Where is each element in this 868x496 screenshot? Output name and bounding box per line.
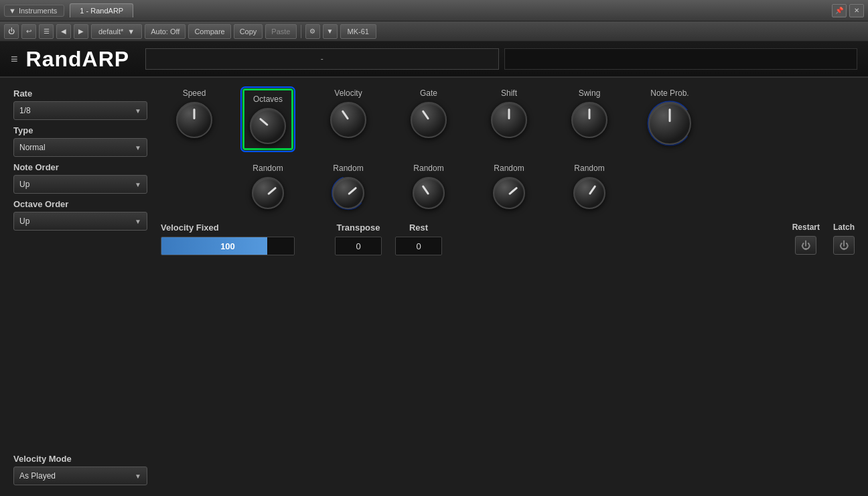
- random-knob-3-container: [413, 177, 445, 209]
- rest-section: Rest 0: [395, 223, 442, 255]
- rate-select[interactable]: 1/8 ▼: [13, 101, 147, 120]
- random-label-3: Random: [413, 164, 443, 173]
- random-knob-1[interactable]: [252, 177, 284, 209]
- swing-col: Swing: [549, 88, 630, 138]
- plugin-display-2: [504, 48, 857, 70]
- speed-knob-container: [176, 102, 212, 138]
- random-knob-5[interactable]: [573, 177, 605, 209]
- undo-icon[interactable]: ↩: [21, 24, 36, 39]
- note-order-label: Note Order: [13, 162, 147, 172]
- note-prob-label: Note Prob.: [650, 88, 689, 98]
- random-velocity-col: Random: [308, 164, 388, 209]
- random-label-2: Random: [333, 164, 363, 173]
- random-gate-col: Random: [388, 164, 469, 209]
- swing-label: Swing: [579, 88, 601, 98]
- velocity-col: Velocity: [308, 88, 388, 138]
- gear-button[interactable]: ⚙: [305, 24, 320, 39]
- octaves-knob[interactable]: [250, 108, 286, 144]
- velocity-fixed-section: Velocity Fixed 100: [161, 223, 295, 255]
- rate-group: Rate 1/8 ▼: [13, 88, 147, 120]
- gate-knob[interactable]: [411, 102, 447, 138]
- transpose-value[interactable]: 0: [335, 237, 382, 255]
- velocity-knob-container: [330, 102, 366, 138]
- instruments-dropdown[interactable]: ▼ Instruments: [4, 5, 64, 17]
- velocity-mode-label: Velocity Mode: [13, 454, 147, 464]
- random-knob-4[interactable]: [493, 177, 525, 209]
- speed-col: Speed: [161, 88, 228, 138]
- note-prob-col: Note Prob.: [630, 88, 710, 145]
- right-panel: Speed Octaves Velocity: [161, 88, 855, 485]
- preset-selector[interactable]: default* ▼: [91, 24, 142, 39]
- left-panel: Rate 1/8 ▼ Type Normal ▼ Note Order Up ▼…: [13, 88, 147, 485]
- latch-button[interactable]: ⏻: [833, 236, 855, 255]
- transpose-section: Transpose 0: [335, 223, 382, 255]
- pin-button[interactable]: 📌: [832, 4, 847, 17]
- note-order-group: Note Order Up ▼: [13, 162, 147, 194]
- transpose-label: Transpose: [336, 223, 380, 233]
- copy-button[interactable]: Copy: [234, 24, 263, 39]
- random-label-5: Random: [574, 164, 604, 173]
- random-label-row: Random Random: [161, 164, 855, 209]
- latch-label: Latch: [833, 223, 855, 232]
- gate-col: Gate: [388, 88, 469, 138]
- velocity-fixed-bar[interactable]: 100: [161, 237, 295, 255]
- octaves-col: Octaves: [228, 88, 308, 150]
- random-knob-5-container: [573, 177, 605, 209]
- random-swing-col: Random: [549, 164, 630, 209]
- auto-off-button[interactable]: Auto: Off: [145, 24, 186, 39]
- restart-button[interactable]: ⏻: [795, 236, 816, 255]
- speed-label: Speed: [183, 88, 206, 98]
- random-knob-2[interactable]: [332, 177, 364, 209]
- list-icon[interactable]: ☰: [39, 24, 54, 39]
- random-knob-4-container: [493, 177, 525, 209]
- plugin-menu-icon[interactable]: ≡: [11, 52, 18, 66]
- midi-selector[interactable]: MK-61: [340, 24, 376, 39]
- velocity-mode-select[interactable]: As Played ▼: [13, 467, 147, 485]
- type-label: Type: [13, 125, 147, 135]
- prev-icon[interactable]: ◀: [56, 24, 71, 39]
- octaves-highlight: Octaves: [242, 88, 293, 150]
- arrow-button[interactable]: ▼: [323, 24, 338, 39]
- octave-order-select[interactable]: Up ▼: [13, 212, 147, 231]
- speed-knob[interactable]: [176, 102, 212, 138]
- latch-section: Latch ⏻: [833, 223, 855, 255]
- velocity-knob[interactable]: [330, 102, 366, 138]
- octaves-label: Octaves: [253, 95, 283, 104]
- swing-knob[interactable]: [571, 102, 607, 138]
- plugin-display-1: -: [145, 48, 498, 70]
- random-knob-3[interactable]: [413, 177, 445, 209]
- restart-section: Restart ⏻: [792, 223, 820, 255]
- rest-value[interactable]: 0: [395, 237, 442, 255]
- toolbar: ⏻ ↩ ☰ ◀ ▶ default* ▼ Auto: Off Compare C…: [0, 21, 868, 42]
- note-order-select[interactable]: Up ▼: [13, 175, 147, 194]
- plugin-body: Rate 1/8 ▼ Type Normal ▼ Note Order Up ▼…: [0, 78, 868, 496]
- instrument-tab[interactable]: 1 - RandARP: [70, 3, 133, 17]
- random-knob-2-container: [332, 177, 364, 209]
- random-shift-col: Random: [469, 164, 549, 209]
- note-prob-knob[interactable]: [648, 102, 691, 145]
- gate-label: Gate: [420, 88, 437, 98]
- paste-button[interactable]: Paste: [265, 24, 296, 39]
- type-select[interactable]: Normal ▼: [13, 138, 147, 157]
- random-knob-1-container: [252, 177, 284, 209]
- octaves-knob-container: [250, 108, 286, 144]
- random-octaves-col: Random: [228, 164, 308, 209]
- close-button[interactable]: ✕: [849, 4, 864, 17]
- next-icon[interactable]: ▶: [74, 24, 88, 39]
- shift-knob[interactable]: [491, 102, 527, 138]
- octave-order-group: Octave Order Up ▼: [13, 199, 147, 231]
- shift-label: Shift: [501, 88, 517, 98]
- random-label-4: Random: [494, 164, 524, 173]
- rest-label: Rest: [409, 223, 428, 233]
- window-controls: 📌 ✕: [832, 4, 864, 17]
- restart-label: Restart: [792, 223, 820, 232]
- swing-knob-container: [571, 102, 607, 138]
- bottom-section: Velocity Fixed 100 Transpose 0 Rest 0 Re: [161, 223, 855, 255]
- main-knob-row: Speed Octaves Velocity: [161, 88, 855, 150]
- type-group: Type Normal ▼: [13, 125, 147, 157]
- octave-order-label: Octave Order: [13, 199, 147, 209]
- rate-label: Rate: [13, 88, 147, 99]
- compare-button[interactable]: Compare: [188, 24, 230, 39]
- plugin-header: ≡ RandARP -: [0, 42, 868, 78]
- power-icon[interactable]: ⏻: [4, 24, 19, 39]
